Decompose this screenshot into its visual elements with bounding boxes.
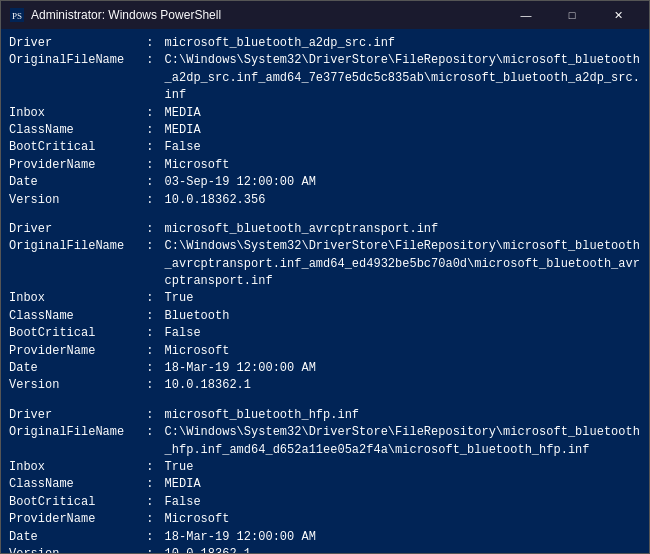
field-value: False	[165, 494, 201, 511]
driver-field-line: Date : 18-Mar-19 12:00:00 AM	[9, 360, 641, 377]
field-value: 03-Sep-19 12:00:00 AM	[165, 174, 316, 191]
driver-field-line: OriginalFileName : C:\Windows\System32\D…	[9, 424, 641, 459]
driver-field-line: Date : 03-Sep-19 12:00:00 AM	[9, 174, 641, 191]
field-name: Date	[9, 529, 139, 546]
field-colon: :	[139, 221, 161, 238]
field-colon: :	[139, 377, 161, 394]
driver-field-line: Inbox : True	[9, 290, 641, 307]
field-value: microsoft_bluetooth_a2dp_src.inf	[165, 35, 395, 52]
field-name: Driver	[9, 221, 139, 238]
field-colon: :	[139, 529, 161, 546]
field-colon: :	[139, 424, 161, 459]
field-colon: :	[139, 360, 161, 377]
driver-field-line: OriginalFileName : C:\Windows\System32\D…	[9, 238, 641, 290]
maximize-button[interactable]: □	[549, 1, 595, 29]
close-button[interactable]: ✕	[595, 1, 641, 29]
field-name: Date	[9, 174, 139, 191]
field-value: False	[165, 139, 201, 156]
field-name: ProviderName	[9, 157, 139, 174]
driver-field-line: Inbox : True	[9, 459, 641, 476]
driver-separator	[9, 213, 641, 221]
field-name: OriginalFileName	[9, 238, 139, 290]
field-colon: :	[139, 494, 161, 511]
driver-field-line: ClassName : MEDIA	[9, 122, 641, 139]
driver-field-line: BootCritical : False	[9, 494, 641, 511]
field-colon: :	[139, 511, 161, 528]
field-colon: :	[139, 290, 161, 307]
field-name: OriginalFileName	[9, 424, 139, 459]
field-colon: :	[139, 122, 161, 139]
field-name: BootCritical	[9, 325, 139, 342]
field-value: C:\Windows\System32\DriverStore\FileRepo…	[165, 424, 641, 459]
driver-field-line: Driver : microsoft_bluetooth_a2dp_src.in…	[9, 35, 641, 52]
field-value: True	[165, 290, 194, 307]
app-icon: PS	[9, 7, 25, 23]
driver-field-line: ProviderName : Microsoft	[9, 511, 641, 528]
field-value: 10.0.18362.1	[165, 546, 251, 553]
terminal-content[interactable]: Driver : microsoft_bluetooth_a2dp_src.in…	[1, 29, 649, 553]
driver-field-line: ProviderName : Microsoft	[9, 343, 641, 360]
field-colon: :	[139, 139, 161, 156]
driver-field-line: Driver : microsoft_bluetooth_hfp.inf	[9, 407, 641, 424]
field-name: ClassName	[9, 476, 139, 493]
field-value: 18-Mar-19 12:00:00 AM	[165, 360, 316, 377]
driver-block: Driver : microsoft_bluetooth_hfp.infOrig…	[9, 407, 641, 553]
field-colon: :	[139, 325, 161, 342]
field-colon: :	[139, 308, 161, 325]
field-colon: :	[139, 407, 161, 424]
field-colon: :	[139, 157, 161, 174]
field-colon: :	[139, 192, 161, 209]
driver-field-line: Inbox : MEDIA	[9, 105, 641, 122]
field-value: False	[165, 325, 201, 342]
driver-field-line: OriginalFileName : C:\Windows\System32\D…	[9, 52, 641, 104]
field-value: microsoft_bluetooth_hfp.inf	[165, 407, 359, 424]
powershell-window: PS Administrator: Windows PowerShell — □…	[0, 0, 650, 554]
driver-field-line: Version : 10.0.18362.1	[9, 546, 641, 553]
field-name: ProviderName	[9, 511, 139, 528]
field-value: True	[165, 459, 194, 476]
driver-field-line: Version : 10.0.18362.356	[9, 192, 641, 209]
field-value: 10.0.18362.1	[165, 377, 251, 394]
field-colon: :	[139, 546, 161, 553]
window-controls: — □ ✕	[503, 1, 641, 29]
field-value: MEDIA	[165, 122, 201, 139]
field-name: Inbox	[9, 459, 139, 476]
minimize-button[interactable]: —	[503, 1, 549, 29]
driver-field-line: Version : 10.0.18362.1	[9, 377, 641, 394]
field-value: MEDIA	[165, 105, 201, 122]
field-name: Version	[9, 192, 139, 209]
field-name: Inbox	[9, 105, 139, 122]
field-value: Bluetooth	[165, 308, 230, 325]
field-value: 18-Mar-19 12:00:00 AM	[165, 529, 316, 546]
driver-field-line: Driver : microsoft_bluetooth_avrcptransp…	[9, 221, 641, 238]
driver-field-line: ProviderName : Microsoft	[9, 157, 641, 174]
field-value: C:\Windows\System32\DriverStore\FileRepo…	[165, 52, 641, 104]
driver-block: Driver : microsoft_bluetooth_avrcptransp…	[9, 221, 641, 395]
field-value: microsoft_bluetooth_avrcptransport.inf	[165, 221, 439, 238]
field-name: Version	[9, 546, 139, 553]
driver-field-line: ClassName : MEDIA	[9, 476, 641, 493]
field-name: BootCritical	[9, 494, 139, 511]
field-value: Microsoft	[165, 157, 230, 174]
field-value: Microsoft	[165, 343, 230, 360]
field-colon: :	[139, 238, 161, 290]
field-value: C:\Windows\System32\DriverStore\FileRepo…	[165, 238, 641, 290]
window-title: Administrator: Windows PowerShell	[31, 8, 503, 22]
driver-field-line: BootCritical : False	[9, 139, 641, 156]
field-name: Version	[9, 377, 139, 394]
field-name: Driver	[9, 407, 139, 424]
field-value: Microsoft	[165, 511, 230, 528]
field-colon: :	[139, 459, 161, 476]
field-colon: :	[139, 35, 161, 52]
field-name: Inbox	[9, 290, 139, 307]
driver-field-line: ClassName : Bluetooth	[9, 308, 641, 325]
field-value: MEDIA	[165, 476, 201, 493]
field-name: Driver	[9, 35, 139, 52]
driver-block: Driver : microsoft_bluetooth_a2dp_src.in…	[9, 35, 641, 209]
field-colon: :	[139, 52, 161, 104]
titlebar: PS Administrator: Windows PowerShell — □…	[1, 1, 649, 29]
field-name: BootCritical	[9, 139, 139, 156]
svg-text:PS: PS	[12, 11, 22, 21]
field-colon: :	[139, 174, 161, 191]
field-name: ClassName	[9, 308, 139, 325]
